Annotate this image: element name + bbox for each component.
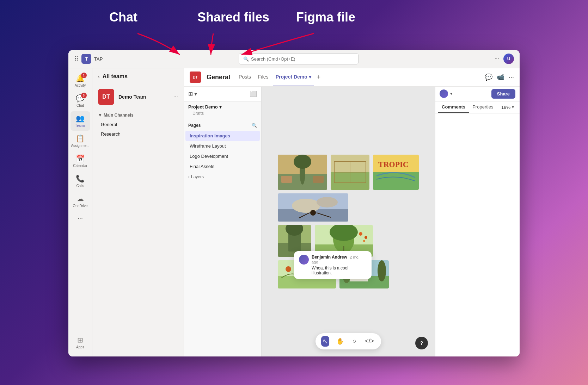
teams-panel: ‹ All teams DT Demo Team ··· ▼ Main Chan… [92, 68, 184, 356]
sidebar-item-chat[interactable]: 💬 5 Chat [71, 91, 90, 111]
figma-layers[interactable]: › Layers [184, 172, 261, 182]
svg-rect-6 [313, 176, 324, 183]
channel-item-general[interactable]: General [98, 120, 178, 129]
channel-name: General [207, 74, 230, 81]
channel-view: DT General Posts Files Project Demo ▾ + … [184, 68, 520, 356]
svg-point-19 [310, 210, 316, 216]
back-arrow-icon[interactable]: ‹ [98, 74, 100, 79]
figma-annotation: Figma file [296, 10, 355, 25]
video-action-icon[interactable]: 📹 [497, 73, 504, 81]
tab-posts[interactable]: Posts [236, 68, 254, 87]
activity-badge: 1 [81, 73, 87, 78]
channel-actions: 💬 📹 ··· [485, 73, 514, 81]
layout-toggle-icon[interactable]: ⬜ [250, 91, 257, 97]
chat-label: Chat [76, 104, 84, 108]
figma-page-inspiration[interactable]: Inspiration Images [185, 131, 260, 141]
channels-header-label: Main Channels [104, 113, 134, 118]
comment-tool[interactable]: ○ [351, 336, 358, 346]
sidebar-item-onedrive[interactable]: ☁ OneDrive [71, 192, 90, 211]
figma-project-info: Project Demo ▾ Drafts [184, 101, 261, 120]
user-avatar[interactable]: U [503, 54, 514, 64]
select-tool[interactable]: ↖ [321, 336, 329, 347]
calendar-label: Calendar [73, 164, 87, 168]
sidebar-item-assignments[interactable]: 📋 Assignme... [71, 131, 90, 151]
figma-pages-header: Pages 🔍 [184, 120, 261, 131]
figma-right-panel: ▾ Share Comments Properties 18% ▾ [435, 87, 520, 356]
sidebar-nav: 🔔 1 Activity 💬 5 Chat 👥 Teams 📋 Assignme… [68, 68, 92, 356]
tab-project-demo[interactable]: Project Demo ▾ [273, 68, 314, 87]
calls-icon: 📞 [76, 174, 85, 183]
add-tab-icon[interactable]: + [316, 72, 322, 82]
svg-point-31 [359, 232, 362, 236]
chat-badge: 5 [81, 93, 87, 98]
titlebar: ⠿ T TAP 🔍 Search (Cmd+Opt+E) ··· U [68, 50, 520, 68]
share-button[interactable]: Share [491, 89, 515, 99]
svg-point-17 [292, 199, 320, 213]
figma-page-logo[interactable]: Logo Development [185, 151, 260, 161]
hand-tool[interactable]: ✋ [335, 336, 345, 347]
channel-item-research[interactable]: Research [98, 129, 178, 139]
sidebar-item-teams[interactable]: 👥 Teams [71, 111, 90, 131]
zoom-dropdown-icon[interactable]: ▾ [512, 105, 514, 110]
channels-header: ▼ Main Channels [98, 111, 178, 120]
sidebar-item-activity[interactable]: 🔔 1 Activity [71, 71, 90, 91]
figma-right-tabs: Comments Properties 18% ▾ [435, 101, 520, 113]
onedrive-label: OneDrive [73, 204, 87, 208]
figma-right-header: ▾ Share [435, 87, 520, 101]
code-tool[interactable]: </> [363, 336, 375, 346]
svg-text:TROPIC: TROPIC [378, 160, 409, 169]
sidebar-item-calls[interactable]: 📞 Calls [71, 172, 90, 191]
properties-tab[interactable]: Properties [469, 101, 497, 113]
teams-icon: 👥 [76, 114, 85, 123]
figma-widget-icon[interactable]: ⊞ ▾ [188, 91, 197, 97]
tab-files[interactable]: Files [255, 68, 271, 87]
activity-label: Activity [75, 83, 86, 88]
app-body: 🔔 1 Activity 💬 5 Chat 👥 Teams 📋 Assignme… [68, 68, 520, 356]
comment-author: Benjamin Andrew [312, 255, 347, 260]
sidebar-item-calendar[interactable]: 📅 Calendar [71, 151, 90, 171]
help-button[interactable]: ? [415, 337, 428, 349]
more-nav-icon[interactable]: ··· [75, 212, 86, 225]
comment-avatar [299, 255, 309, 265]
comments-tab[interactable]: Comments [438, 101, 469, 113]
channel-header: DT General Posts Files Project Demo ▾ + … [184, 68, 520, 87]
teams-label: Teams [75, 124, 85, 128]
user-dropdown-icon[interactable]: ▾ [450, 91, 452, 96]
calls-label: Calls [76, 184, 84, 188]
search-icon: 🔍 [243, 56, 249, 62]
team-name: Demo Team [118, 94, 146, 100]
titlebar-right: ··· U [495, 54, 514, 64]
canvas-image-1 [278, 155, 327, 190]
comment-bubble: Benjamin Andrew 2 mo. ago Whoa, this is … [294, 251, 372, 279]
sidebar-item-apps[interactable]: ⊞ Apps [71, 333, 90, 352]
apps-label: Apps [76, 345, 84, 349]
team-card[interactable]: DT Demo Team ··· [92, 85, 184, 109]
search-placeholder: Search (Cmd+Opt+E) [251, 56, 295, 62]
svg-point-46 [378, 260, 386, 281]
grid-icon[interactable]: ⠿ [74, 55, 79, 63]
chat-action-icon[interactable]: 💬 [485, 73, 492, 81]
figma-embed: ⊞ ▾ ⬜ Project Demo ▾ Drafts Pages 🔍 Insp… [184, 87, 520, 356]
search-box[interactable]: 🔍 Search (Cmd+Opt+E) [239, 53, 359, 64]
figma-drafts: Drafts [188, 110, 257, 117]
pages-search-icon[interactable]: 🔍 [252, 123, 257, 128]
channels-section: ▼ Main Channels General Research [92, 109, 184, 140]
pages-label: Pages [188, 123, 201, 128]
figma-page-wireframe[interactable]: Wireframe Layout [185, 141, 260, 151]
shared-annotation: Shared files [197, 10, 269, 25]
titlebar-search: 🔍 Search (Cmd+Opt+E) [103, 53, 494, 64]
more-action-icon[interactable]: ··· [509, 74, 514, 81]
comment-content: Benjamin Andrew 2 mo. ago Whoa, this is … [312, 255, 367, 275]
svg-point-18 [317, 197, 338, 207]
canvas-image-3: TROPIC [373, 155, 419, 190]
team-more-icon[interactable]: ··· [173, 94, 178, 100]
assignments-icon: 📋 [76, 134, 85, 143]
figma-left-panel: ⊞ ▾ ⬜ Project Demo ▾ Drafts Pages 🔍 Insp… [184, 87, 262, 356]
chat-annotation: Chat [109, 10, 137, 25]
teams-logo: T [81, 54, 91, 64]
figma-canvas[interactable]: TROPIC [262, 87, 435, 356]
more-options-icon[interactable]: ··· [495, 56, 499, 62]
svg-rect-5 [281, 176, 292, 183]
figma-page-assets[interactable]: Final Assets [185, 161, 260, 172]
comment-author-line: Benjamin Andrew 2 mo. ago [312, 255, 367, 265]
